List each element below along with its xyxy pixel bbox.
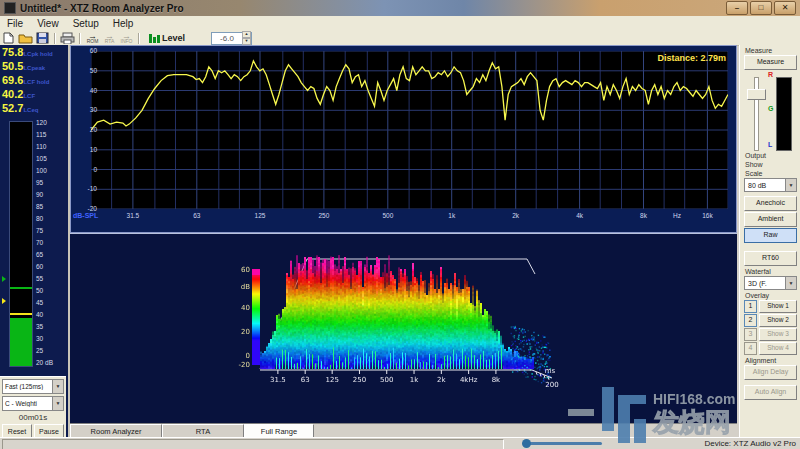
show-label: Show — [740, 161, 800, 168]
overlay-num-3[interactable]: 3 — [744, 328, 757, 341]
spl-y-tick: -20 — [81, 205, 97, 212]
close-button[interactable]: ✕ — [774, 1, 796, 15]
meter-l-label: L — [768, 141, 772, 148]
spl-x-tick: 2k — [512, 212, 519, 219]
export-info-button[interactable]: → INFO — [118, 33, 135, 44]
spl-y-tick: 60 — [81, 47, 97, 54]
weighting-select[interactable]: C - Weighti ▼ — [2, 396, 64, 411]
spl-plot-area — [91, 51, 728, 209]
spl-readings: 75.8LCpk hold50.5LCpeak69.6LCF hold40.2L… — [2, 46, 68, 116]
ambient-button[interactable]: Ambient — [744, 212, 797, 227]
spin-up-icon[interactable]: ▲ — [242, 31, 251, 38]
export-rta-button[interactable]: → RTA — [101, 33, 118, 44]
spl-x-tick: 4k — [576, 212, 583, 219]
chevron-down-icon[interactable]: ▼ — [785, 277, 796, 289]
align-delay-button[interactable]: Align Delay — [744, 365, 797, 380]
overlay-num-2[interactable]: 2 — [744, 314, 757, 327]
waterfall-mode-select[interactable]: 3D (F. ▼ — [744, 276, 797, 290]
speed-select[interactable]: Fast (125ms) ▼ — [2, 379, 64, 394]
reading-value: 40.2 — [2, 88, 23, 100]
print-icon[interactable] — [60, 32, 75, 44]
meter-tick-label: 90 — [36, 192, 43, 198]
reading-value: 69.6 — [2, 74, 23, 86]
reading-label: LCeq — [23, 107, 38, 113]
title-bar: Untitled* - XTZ Room Analyzer Pro – □ ✕ — [0, 0, 800, 16]
scale-select[interactable]: 80 dB ▼ — [744, 178, 797, 192]
menu-item-file[interactable]: File — [0, 18, 30, 29]
meter-tick-label: 45 — [36, 300, 43, 306]
overlay-label: Overlay — [740, 292, 800, 299]
meter-tick-label: 120 — [36, 120, 47, 126]
menu-item-help[interactable]: Help — [106, 18, 141, 29]
reading-value: 75.8 — [2, 46, 23, 58]
overlay-show-2-button[interactable]: Show 2 — [759, 314, 797, 327]
spin-down-icon[interactable]: ▼ — [242, 38, 251, 45]
meter-tick-label: 60 — [36, 264, 43, 270]
meter-tick-label: 20 dB — [36, 360, 53, 366]
toolbar: → ROM → RTA → INFO Level -6.0 ▲ ▼ — [0, 31, 800, 46]
meter-hold-line — [10, 313, 32, 315]
overlay-num-1[interactable]: 1 — [744, 300, 757, 313]
level-spinner[interactable]: -6.0 ▲ ▼ — [211, 32, 252, 45]
controls-panel: Measure Measure R G L Output Show Scale … — [739, 45, 800, 437]
menu-item-view[interactable]: View — [30, 18, 66, 29]
chevron-down-icon[interactable]: ▼ — [52, 397, 63, 410]
spl-x-tick: 250 — [318, 212, 329, 219]
measure-button[interactable]: Measure — [744, 55, 797, 70]
open-file-icon[interactable] — [18, 32, 33, 44]
minimize-button[interactable]: – — [726, 1, 748, 15]
reading-label: LCpeak — [23, 65, 45, 71]
export-rom-button[interactable]: → ROM — [84, 33, 101, 44]
spl-x-tick: 31.5 — [127, 212, 140, 219]
meter-tick-label: 40 — [36, 312, 43, 318]
meter-marker-icon — [2, 276, 6, 282]
meter-green-fill — [10, 318, 32, 366]
overlay-show-1-button[interactable]: Show 1 — [759, 300, 797, 313]
anechoic-button[interactable]: Anechoic — [744, 196, 797, 211]
status-slider[interactable] — [524, 442, 602, 445]
spl-curve-svg — [91, 51, 728, 209]
spl-x-tick: 1k — [448, 212, 455, 219]
window-title: Untitled* - XTZ Room Analyzer Pro — [20, 3, 184, 14]
auto-align-button[interactable]: Auto Align — [744, 385, 797, 400]
raw-button[interactable]: Raw — [744, 228, 797, 243]
chevron-down-icon[interactable]: ▼ — [52, 380, 63, 393]
overlay-show-4-button[interactable]: Show 4 — [759, 342, 797, 355]
maximize-button[interactable]: □ — [750, 1, 772, 15]
status-bar: Device: XTZ Audio v2 Pro — [0, 437, 800, 449]
status-cell — [2, 439, 504, 449]
meter-tick-label: 25 — [36, 348, 43, 354]
meter-hold-line — [10, 287, 32, 289]
measure-group-label: Measure — [740, 47, 800, 54]
menu-item-setup[interactable]: Setup — [66, 18, 106, 29]
slider-knob-icon[interactable] — [522, 439, 531, 448]
spl-y-tick: 20 — [81, 126, 97, 133]
level-value: -6.0 — [212, 34, 242, 43]
overlay-show-3-button[interactable]: Show 3 — [759, 328, 797, 341]
meter-marker-icon — [2, 298, 6, 304]
app-icon — [4, 2, 16, 14]
meter-g-label: G — [768, 105, 773, 112]
reading-label: LCF — [23, 93, 35, 99]
reading-value: 52.7 — [2, 102, 23, 114]
save-icon[interactable] — [35, 32, 50, 44]
spl-x-tick: 8k — [640, 212, 647, 219]
meter-tick-label: 30 — [36, 336, 43, 342]
reading-value: 50.5 — [2, 60, 23, 72]
meter-tick-label: 95 — [36, 180, 43, 186]
spl-y-tick: 0 — [81, 166, 97, 173]
meter-tick-label: 35 — [36, 324, 43, 330]
spl-y-tick: 40 — [81, 87, 97, 94]
new-file-icon[interactable] — [1, 32, 16, 44]
reading-lcf-hold: 69.6LCF hold — [2, 74, 68, 88]
meter-tick-label: 100 — [36, 168, 47, 174]
menu-bar: FileViewSetupHelp — [0, 16, 800, 32]
chevron-down-icon[interactable]: ▼ — [785, 179, 796, 191]
app-window: Untitled* - XTZ Room Analyzer Pro – □ ✕ … — [0, 0, 800, 449]
rt60-button[interactable]: RT60 — [744, 251, 797, 266]
overlay-num-4[interactable]: 4 — [744, 342, 757, 355]
meter-tick-label: 110 — [36, 144, 46, 150]
waterfall-label: Waterfal — [740, 268, 800, 275]
waterfall-chart — [70, 233, 737, 424]
gain-slider-handle[interactable] — [747, 89, 766, 100]
